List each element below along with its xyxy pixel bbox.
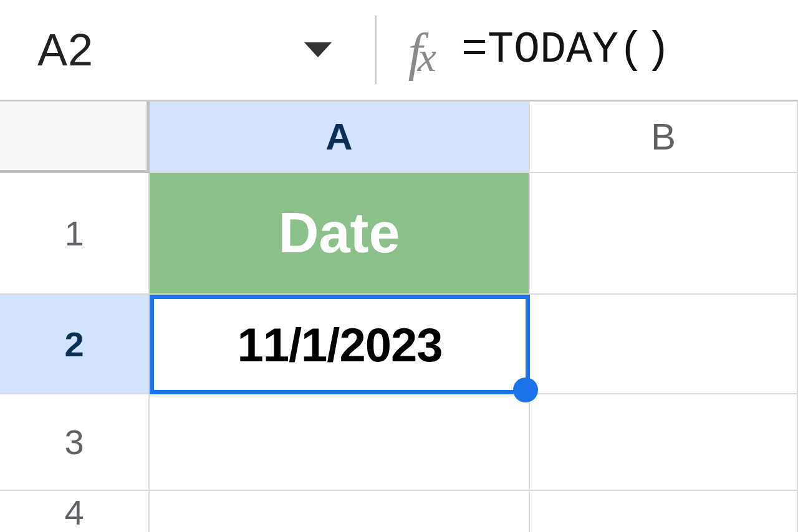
select-all-corner[interactable] [0,102,150,173]
cell-a2[interactable]: 11/1/2023 [150,295,530,394]
row-header-2[interactable]: 2 [0,295,150,394]
column-header-b[interactable]: B [530,102,798,173]
cell-a4[interactable] [150,491,530,532]
formula-bar-divider [375,16,377,84]
formula-bar: A2 fx [0,0,798,100]
spreadsheet-grid: A B 1 Date 2 11/1/2023 3 4 [0,100,798,532]
column-header-a[interactable]: A [150,102,530,173]
cell-a2-value: 11/1/2023 [237,318,442,372]
fill-handle[interactable] [513,378,538,402]
cell-b4[interactable] [530,491,798,532]
cell-a3[interactable] [150,394,530,491]
row-header-4[interactable]: 4 [0,491,150,532]
cell-b2[interactable] [530,295,798,394]
formula-input[interactable] [461,26,773,75]
row-header-1[interactable]: 1 [0,173,150,295]
cell-a1[interactable]: Date [150,173,530,295]
row-header-3[interactable]: 3 [0,394,150,491]
name-box[interactable]: A2 [37,24,94,75]
cell-b1[interactable] [530,173,798,295]
name-box-container[interactable]: A2 [37,24,369,75]
fx-icon: fx [408,26,436,78]
cell-b3[interactable] [530,394,798,491]
chevron-down-icon[interactable] [304,42,332,57]
